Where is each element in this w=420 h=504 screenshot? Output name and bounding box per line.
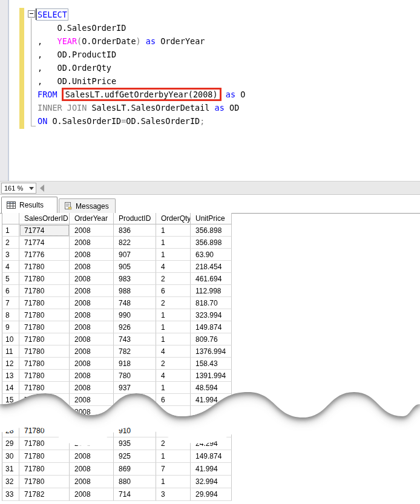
row-number-cell[interactable]: 8 — [2, 309, 19, 321]
sql-editor[interactable]: SELECT O.SalesOrderID, YEAR(O.OrderDate)… — [0, 0, 420, 181]
grid-cell[interactable]: 782 — [114, 345, 156, 358]
grid-cell[interactable]: 2 — [156, 273, 191, 285]
grid-cell[interactable]: 990 — [114, 309, 156, 321]
grid-cell[interactable]: 149.874 — [191, 450, 232, 463]
grid-cell[interactable]: 71780 — [19, 450, 70, 463]
grid-cell[interactable]: 461.694 — [191, 273, 232, 285]
grid-cell[interactable]: 1 — [156, 333, 191, 345]
grid-cell[interactable]: 2008 — [70, 273, 114, 285]
code-line-5[interactable]: , OD.OrderQty — [38, 61, 111, 74]
grid-cell[interactable]: 71780 — [19, 358, 70, 370]
grid-cell[interactable]: 7 — [156, 463, 191, 476]
grid-cell[interactable]: 1 — [156, 321, 191, 333]
row-number-cell[interactable]: 30 — [2, 450, 19, 463]
grid-cell[interactable]: 71782 — [19, 488, 70, 501]
grid-cell[interactable]: 1 — [156, 249, 191, 261]
grid-cell[interactable] — [114, 394, 156, 406]
grid-cell[interactable]: 2008 — [70, 237, 114, 249]
grid-cell[interactable]: 4 — [156, 261, 191, 273]
row-number-cell[interactable]: 4 — [2, 261, 19, 273]
code-line-7[interactable]: FROM SalesLT.udfGetOrderbyYear(2008) as … — [38, 88, 245, 101]
column-header-orderyear[interactable]: OrderYear — [70, 213, 114, 224]
grid-cell[interactable]: 218.454 — [191, 261, 232, 273]
grid-cell[interactable]: 71780 — [19, 382, 70, 394]
grid-cell[interactable]: 1 — [156, 224, 191, 237]
grid-cell[interactable]: 925 — [114, 450, 156, 463]
grid-cell[interactable] — [156, 406, 191, 418]
grid-cell[interactable]: 2008 — [70, 333, 114, 345]
column-header-orderqty[interactable]: OrderQty — [156, 213, 191, 224]
code-line-2[interactable]: O.SalesOrderID — [38, 21, 126, 34]
row-number-cell[interactable]: 10 — [2, 333, 19, 345]
grid-cell[interactable]: 71780 — [19, 333, 70, 345]
grid-cell[interactable]: 818.70 — [191, 297, 232, 309]
row-number-cell[interactable]: 14 — [2, 382, 19, 394]
grid-cell[interactable]: 2008 — [70, 321, 114, 333]
column-header-salesorderid[interactable]: SalesOrderID — [19, 213, 70, 224]
grid-cell[interactable]: 937 — [114, 382, 156, 394]
row-number-cell[interactable]: 33 — [2, 488, 19, 501]
grid-cell[interactable]: 1 — [156, 237, 191, 249]
grid-cell[interactable] — [19, 406, 70, 418]
grid-cell[interactable]: 71780 — [19, 394, 70, 406]
grid-cell[interactable]: 3 — [156, 488, 191, 501]
grid-cell[interactable]: 2008 — [70, 394, 114, 406]
grid-cell[interactable]: 918 — [114, 358, 156, 370]
grid-cell[interactable]: 2008 — [70, 358, 114, 370]
grid-corner-cell[interactable] — [2, 213, 19, 224]
grid-cell[interactable]: 71780 — [19, 321, 70, 333]
grid-cell[interactable]: 935 — [114, 437, 156, 450]
grid-cell[interactable]: 2 — [156, 358, 191, 370]
code-line-3[interactable]: , YEAR(O.OrderDate) as OrderYear — [38, 34, 205, 48]
grid-cell[interactable]: 71780 — [19, 476, 70, 488]
grid-cell[interactable]: 2008 — [70, 476, 114, 488]
grid-cell[interactable]: 809.76 — [191, 333, 232, 345]
row-number-cell[interactable]: 13 — [2, 370, 19, 382]
grid-cell[interactable]: 71780 — [19, 370, 70, 382]
grid-cell[interactable]: 71780 — [19, 297, 70, 309]
grid-cell[interactable]: 2008 — [70, 450, 114, 463]
grid-cell[interactable]: 63.90 — [191, 249, 232, 261]
row-number-cell[interactable]: 11 — [2, 345, 19, 358]
grid-cell[interactable]: 4 — [156, 370, 191, 382]
tab-messages[interactable]: Messages — [59, 198, 116, 213]
grid-cell[interactable]: 880 — [114, 476, 156, 488]
grid-cell[interactable]: 983 — [114, 273, 156, 285]
grid-cell[interactable]: 2008 — [70, 488, 114, 501]
code-line-9[interactable]: ON O.SalesOrderID=OD.SalesOrderID; — [38, 114, 205, 128]
code-line-4[interactable]: , OD.ProductID — [38, 48, 116, 61]
code-line-6[interactable]: , OD.UnitPrice — [38, 74, 116, 88]
grid-cell[interactable]: 4 — [156, 345, 191, 358]
grid-cell[interactable]: 71776 — [19, 249, 70, 261]
grid-cell[interactable]: 71780 — [19, 309, 70, 321]
grid-cell[interactable]: 748 — [114, 297, 156, 309]
column-header-productid[interactable]: ProductID — [114, 213, 156, 224]
grid-cell[interactable]: 158.43 — [191, 358, 232, 370]
grid-cell[interactable]: 2008 — [70, 370, 114, 382]
grid-cell[interactable]: 2008 — [70, 345, 114, 358]
grid-cell[interactable]: 907 — [114, 249, 156, 261]
grid-cell[interactable]: 714 — [114, 488, 156, 501]
grid-cell[interactable]: 2008 — [70, 382, 114, 394]
grid-cell[interactable]: 2008 — [70, 224, 114, 237]
grid-cell[interactable]: 2008 — [70, 249, 114, 261]
grid-cell[interactable]: 2008 — [70, 285, 114, 297]
row-number-cell[interactable]: 31 — [2, 463, 19, 476]
grid-cell[interactable]: 780 — [114, 370, 156, 382]
row-number-cell[interactable]: 12 — [2, 358, 19, 370]
grid-cell[interactable]: 323.994 — [191, 309, 232, 321]
grid-cell[interactable]: 2008 — [70, 463, 114, 476]
grid-cell[interactable]: 2 — [156, 297, 191, 309]
grid-cell[interactable]: 71774 — [19, 237, 70, 249]
grid-cell[interactable] — [191, 406, 232, 418]
row-number-cell[interactable]: 32 — [2, 476, 19, 488]
grid-cell[interactable]: 869 — [114, 463, 156, 476]
grid-cell[interactable]: 988 — [114, 285, 156, 297]
row-number-cell[interactable]: 3 — [2, 249, 19, 261]
tab-results[interactable]: Results — [1, 197, 57, 213]
zoom-level-dropdown[interactable]: 161 % — [1, 183, 36, 194]
grid-cell[interactable]: 32.994 — [191, 476, 232, 488]
grid-cell[interactable]: 836 — [114, 224, 156, 237]
row-number-cell[interactable]: 7 — [2, 297, 19, 309]
arrow-left-icon[interactable] — [40, 185, 44, 192]
